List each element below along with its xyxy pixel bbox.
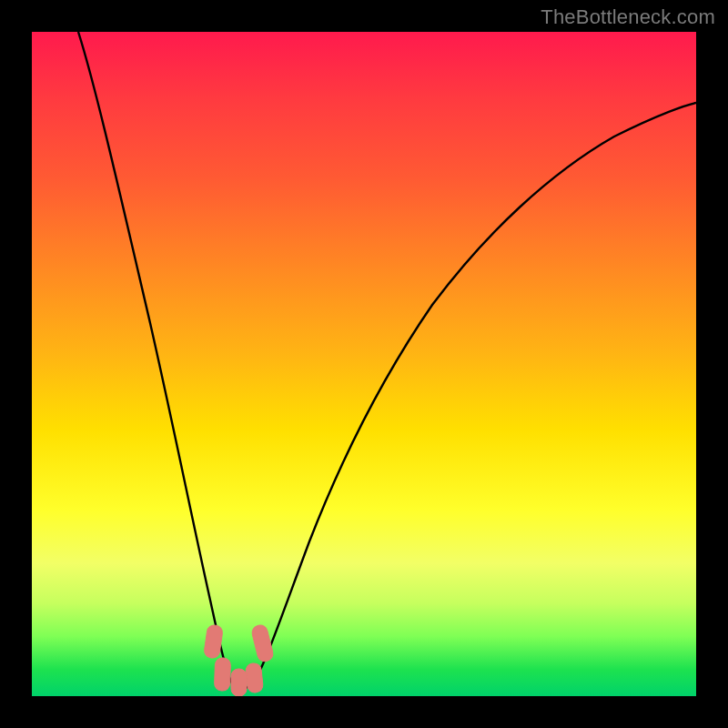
svg-rect-3 [245,662,263,693]
svg-rect-2 [231,669,247,696]
chart-frame: TheBottleneck.com [0,0,728,728]
svg-rect-4 [250,623,274,662]
svg-rect-0 [204,624,224,659]
svg-rect-1 [214,658,230,692]
valley-markers [204,623,275,696]
bottleneck-curve [78,32,696,689]
plot-area [32,32,696,696]
curve-layer [32,32,696,696]
watermark-text: TheBottleneck.com [541,5,715,29]
